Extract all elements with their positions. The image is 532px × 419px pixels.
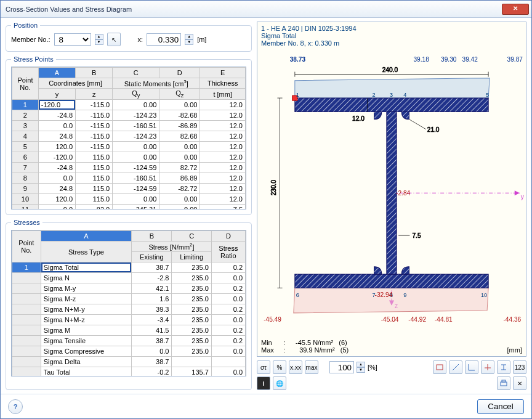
col-D[interactable]: D [159, 68, 200, 78]
table-row[interactable]: Sigma Delta38.7 [12, 357, 246, 367]
table-row[interactable]: 2 -24.8-115.0 -124.23-82.6812.0 [12, 110, 246, 121]
col-B[interactable]: B [76, 68, 113, 78]
col-point-no[interactable]: PointNo. [12, 68, 39, 100]
close-button[interactable]: ✕ [502, 4, 529, 15]
position-legend: Position [11, 22, 40, 29]
table-row[interactable]: 6 -120.0115.0 0.000.0012.0 [12, 152, 246, 163]
svg-text:230.0: 230.0 [270, 180, 277, 196]
table-row[interactable]: Sigma M-y42.1235.00.2 [12, 283, 246, 294]
x-spinner[interactable]: ▲▼ [185, 34, 193, 45]
help-button[interactable]: ? [8, 399, 23, 414]
info-button[interactable]: i [257, 376, 270, 390]
svg-text:-44.81: -44.81 [435, 316, 453, 323]
col-E[interactable]: E [200, 68, 246, 78]
table-row[interactable]: Sigma N+M-z-3.4235.00.0 [12, 315, 246, 325]
svg-rect-50 [437, 365, 443, 370]
view-numbers-button[interactable]: 123 [513, 360, 526, 374]
table-row[interactable]: 4 24.8-115.0 -124.2382.6812.0 [12, 131, 246, 142]
scol-A[interactable]: A [41, 231, 131, 242]
pick-member-button[interactable]: ↖ [107, 33, 121, 46]
scol-ratio: StressRatio [211, 242, 245, 262]
svg-text:38.73: 38.73 [290, 56, 306, 63]
member-spinner[interactable]: ▲▼ [95, 34, 103, 45]
table-row[interactable]: 9 24.8115.0 -124.59-82.7212.0 [12, 184, 246, 194]
stress-points-table-wrap[interactable]: PointNo. A B C D E Coordinates [mm] Stat… [11, 67, 246, 210]
member-no-select[interactable]: 8 [54, 33, 91, 46]
table-row[interactable]: Sigma Tensile38.7235.00.2 [12, 336, 246, 346]
scol-D[interactable]: D [211, 231, 245, 242]
scol-type: Stress Type [41, 242, 131, 262]
cancel-button[interactable]: Cancel [477, 399, 524, 414]
svg-line-51 [453, 364, 459, 370]
view-section-button[interactable] [433, 360, 446, 374]
svg-text:10: 10 [481, 292, 487, 298]
svg-text:39.18: 39.18 [413, 56, 429, 63]
view-axis-button[interactable] [449, 360, 462, 374]
stresses-group: Stresses PointNo. A B C D Stress Type St… [6, 219, 252, 390]
sigma-button[interactable]: στ [257, 360, 270, 374]
diagram-header: 1 - HE A 240 | DIN 1025-3:1994 Sigma Tot… [257, 22, 526, 49]
diagram-subtitle: Sigma Total [261, 32, 522, 39]
dialog-body: Position Member No.: 8 ▲▼ ↖ x: ▲▼ [m] St… [1, 18, 531, 394]
svg-text:3: 3 [390, 92, 393, 98]
table-row[interactable]: Sigma N+M-y39.3235.00.2 [12, 304, 246, 315]
table-row[interactable]: 3 0.0-115.0 -160.51-86.8912.0 [12, 121, 246, 131]
scol-C[interactable]: C [172, 231, 211, 242]
svg-text:12.0: 12.0 [352, 115, 365, 122]
percent-button[interactable]: % [273, 360, 286, 374]
diagram-toolbar: στ % x.xx max ▲▼ [%] 123 [257, 357, 526, 374]
svg-text:-32.94: -32.94 [375, 291, 393, 298]
svg-text:39.30: 39.30 [441, 56, 457, 63]
stresses-table: PointNo. A B C D Stress Type Stress [N/m… [12, 230, 246, 376]
x-unit: [m] [197, 36, 206, 43]
table-row[interactable]: Sigma M-z1.6235.00.0 [12, 294, 246, 304]
zoom-spinner[interactable]: ▲▼ [357, 362, 365, 373]
settings-button[interactable]: ✕ [513, 376, 526, 390]
print-button[interactable] [497, 376, 510, 390]
view-dim-button[interactable] [465, 360, 478, 374]
values-button[interactable]: x.xx [289, 360, 302, 374]
scol-limiting: Limiting [172, 252, 211, 262]
svg-text:6: 6 [296, 292, 299, 298]
table-row[interactable]: 11 0.0-82.0 -345.310.007.5 [12, 205, 246, 210]
max-button[interactable]: max [305, 360, 318, 374]
dialog-window: Cross-Section Values and Stress Diagram … [0, 0, 532, 419]
svg-rect-12 [387, 112, 397, 274]
svg-text:4: 4 [403, 92, 406, 98]
col-C[interactable]: C [113, 68, 159, 78]
scol-B[interactable]: B [132, 231, 172, 242]
stress-points-group: Stress Points PointNo. A B C D E Coordin… [6, 55, 252, 215]
unit-label: [mm] [507, 346, 522, 354]
svg-text:-44.92: -44.92 [408, 316, 426, 323]
scol-point-no[interactable]: PointNo. [12, 231, 41, 262]
dialog-footer: ? Cancel [1, 394, 531, 418]
svg-text:-44.36: -44.36 [503, 316, 521, 323]
table-row[interactable]: 1 -120.0-115.0 0.000.0012.0 [12, 100, 246, 110]
zoom-input[interactable] [329, 361, 354, 373]
table-row[interactable]: 10 120.0115.0 0.000.0012.0 [12, 194, 246, 205]
view-points-button[interactable] [481, 360, 494, 374]
svg-text:5: 5 [486, 92, 489, 98]
svg-text:39.42: 39.42 [462, 56, 478, 63]
table-row[interactable]: Sigma Compressive0.0235.00.0 [12, 346, 246, 357]
stresses-table-wrap[interactable]: PointNo. A B C D Stress Type Stress [N/m… [11, 230, 246, 376]
col-A[interactable]: A [38, 68, 75, 78]
table-row[interactable]: Tau Total-0.2135.70.0 [12, 367, 246, 377]
table-row[interactable]: Sigma M41.5235.00.2 [12, 325, 246, 336]
view-ibeam-button[interactable] [497, 360, 510, 374]
table-row[interactable]: 7 -24.8115.0 -124.5982.7212.0 [12, 163, 246, 173]
svg-text:240.0: 240.0 [382, 67, 398, 73]
svg-text:-45.49: -45.49 [264, 316, 281, 323]
table-row[interactable]: 1Sigma Total38.7235.00.2 [12, 262, 246, 273]
table-row[interactable]: 8 0.0115.0 -160.5186.8912.0 [12, 173, 246, 184]
svg-rect-11 [295, 274, 488, 288]
svg-text:21.0: 21.0 [427, 126, 440, 133]
stress-points-table: PointNo. A B C D E Coordinates [mm] Stat… [12, 67, 246, 210]
table-row[interactable]: Sigma N-2.8235.00.0 [12, 273, 246, 283]
table-row[interactable]: 5 120.0-115.0 0.000.0012.0 [12, 142, 246, 152]
diagram-toolbar-2: i 🌐 ✕ [257, 374, 526, 390]
diagram-canvas[interactable]: y z [257, 49, 526, 336]
globe-button[interactable]: 🌐 [273, 376, 286, 390]
x-input[interactable] [147, 33, 181, 46]
zoom-unit: [%] [368, 364, 377, 371]
